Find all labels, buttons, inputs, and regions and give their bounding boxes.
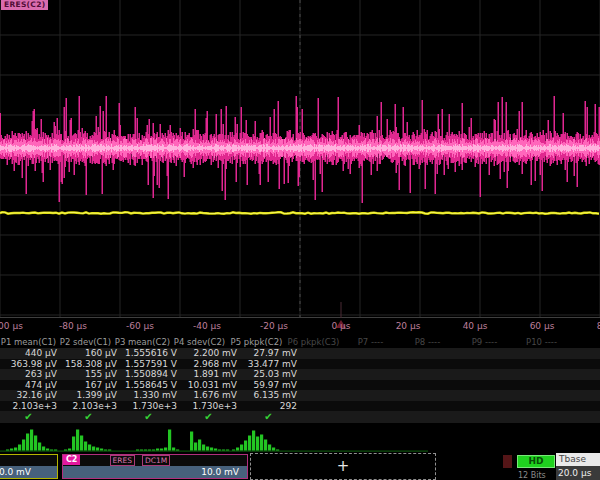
param-value-cell <box>360 359 420 370</box>
param-status-check <box>300 411 360 423</box>
hd-mode-indicator[interactable]: HD <box>517 455 555 468</box>
timebase-label: Tbase <box>556 453 600 466</box>
param-status-check <box>480 411 540 423</box>
param-value-cell: 2.103e+3 <box>0 401 60 412</box>
param-value-cell <box>300 369 360 380</box>
param-value-cell: 1.676 mV <box>180 390 240 401</box>
param-header-cell[interactable]: P2 sdev(C1) <box>57 336 114 348</box>
param-header-cell[interactable]: P7 ---- <box>342 336 399 348</box>
param-status-check: ✔ <box>240 411 300 423</box>
param-status-check <box>360 411 420 423</box>
timebase-box[interactable]: Tbase 20.0 µs <box>556 453 600 480</box>
param-value-cell: 10.031 mV <box>180 380 240 391</box>
trigger-box-edge <box>503 455 512 468</box>
c2-vdiv: 10.0 mV <box>63 466 247 478</box>
histicon-row <box>0 426 600 455</box>
param-value-cell <box>360 380 420 391</box>
time-axis-label: 0 µs <box>331 321 350 331</box>
param-value-cell: 1.557591 V <box>120 359 180 370</box>
param-value-cell <box>480 380 540 391</box>
waveform-area <box>0 0 600 334</box>
c2-eres-badge: ERES <box>110 455 135 466</box>
param-value-cell: 1.399 µV <box>60 390 120 401</box>
param-value-cell <box>480 401 540 412</box>
param-value-cell <box>300 380 360 391</box>
param-value-cell: 167 µV <box>60 380 120 391</box>
param-value-cell <box>300 390 360 401</box>
timebase-value: 20.0 µs <box>556 466 600 480</box>
param-value-cell <box>480 348 540 359</box>
param-value-cell: 6.135 mV <box>240 390 300 401</box>
time-axis-label: -100 µs <box>0 321 23 331</box>
time-axis-label: 80 µs <box>597 321 600 331</box>
param-value-cell <box>300 401 360 412</box>
param-header-cell[interactable]: P4 sdev(C2) <box>171 336 228 348</box>
param-value-cell <box>480 359 540 370</box>
param-status-check: ✔ <box>180 411 240 423</box>
param-header-cell[interactable]: P8 ---- <box>399 336 456 348</box>
param-value-cell: 1.730e+3 <box>120 401 180 412</box>
param-value-cell <box>420 401 480 412</box>
param-value-cell: 1.555616 V <box>120 348 180 359</box>
c1-descriptor-box[interactable]: DC1M 10.0 mV <box>0 454 58 479</box>
param-value-cell: 155 µV <box>60 369 120 380</box>
param-value-cell: 263 µV <box>0 369 60 380</box>
param-value-cell: 32.16 µV <box>0 390 60 401</box>
time-axis-label: -40 µs <box>193 321 221 331</box>
param-value-cell <box>480 390 540 401</box>
param-value-cell <box>420 390 480 401</box>
param-value-cell: 1.891 mV <box>180 369 240 380</box>
param-value-cell: 2.968 mV <box>180 359 240 370</box>
param-header-cell[interactable]: P5 pkpk(C2) <box>228 336 285 348</box>
param-value-cell <box>420 380 480 391</box>
c2-trace[interactable] <box>0 96 599 203</box>
param-value-cell <box>420 359 480 370</box>
param-value-cell: 1.558645 V <box>120 380 180 391</box>
param-value-cell <box>360 369 420 380</box>
histicon[interactable] <box>232 431 279 451</box>
param-value-cell <box>420 348 480 359</box>
param-header-cell[interactable]: P10 ---- <box>513 336 570 348</box>
param-value-cell: 474 µV <box>0 380 60 391</box>
param-value-cell <box>540 348 600 359</box>
param-value-cell: 27.97 mV <box>240 348 300 359</box>
param-value-cell <box>300 359 360 370</box>
c1-vdiv: 10.0 mV <box>0 466 57 478</box>
trace-annotation[interactable]: ERES(C2) <box>1 0 48 10</box>
time-axis-label: -80 µs <box>59 321 87 331</box>
histicon[interactable] <box>190 432 229 451</box>
c1-trace[interactable] <box>0 212 599 213</box>
time-axis: -100 µs-80 µs-60 µs-40 µs-20 µs0 µs20 µs… <box>0 318 600 334</box>
measurement-table: P1 mean(C1)P2 sdev(C1)P3 mean(C2)P4 sdev… <box>0 336 600 423</box>
histicon[interactable] <box>136 430 179 451</box>
param-value-cell: 363.98 µV <box>0 359 60 370</box>
c2-coupling-badge: DC1M <box>142 455 170 466</box>
param-value-cell <box>540 401 600 412</box>
param-value-cell <box>540 380 600 391</box>
param-value-cell <box>420 369 480 380</box>
hd-bits-label: 12 Bits <box>518 471 546 480</box>
add-trace-button[interactable]: + <box>250 453 436 480</box>
param-value-cell: 158.308 µV <box>60 359 120 370</box>
histicon[interactable] <box>6 430 57 451</box>
param-status-check <box>420 411 480 423</box>
plus-icon: + <box>337 457 350 475</box>
param-value-cell: 33.477 mV <box>240 359 300 370</box>
param-value-cell: 59.97 mV <box>240 380 300 391</box>
histicon[interactable] <box>64 430 111 451</box>
param-header-cell[interactable]: P9 ---- <box>456 336 513 348</box>
param-value-cell <box>360 390 420 401</box>
param-value-cell <box>540 390 600 401</box>
time-axis-label: 60 µs <box>530 321 555 331</box>
param-value-cell <box>360 348 420 359</box>
param-status-check <box>540 411 600 423</box>
c2-descriptor-box[interactable]: C2 ERES DC1M 10.0 mV <box>62 454 248 479</box>
param-header-cell[interactable]: P1 mean(C1) <box>0 336 57 348</box>
param-header-cell[interactable]: P3 mean(C2) <box>114 336 171 348</box>
param-value-cell: 2.103e+3 <box>60 401 120 412</box>
scope-screen: ERES(C2) -100 µs-80 µs-60 µs-40 µs-20 µs… <box>0 0 600 480</box>
param-status-check: ✔ <box>0 411 60 423</box>
param-header-cell[interactable]: P6 pkpk(C3) <box>285 336 342 348</box>
param-value-cell <box>540 369 600 380</box>
param-value-cell: 1.730e+3 <box>180 401 240 412</box>
